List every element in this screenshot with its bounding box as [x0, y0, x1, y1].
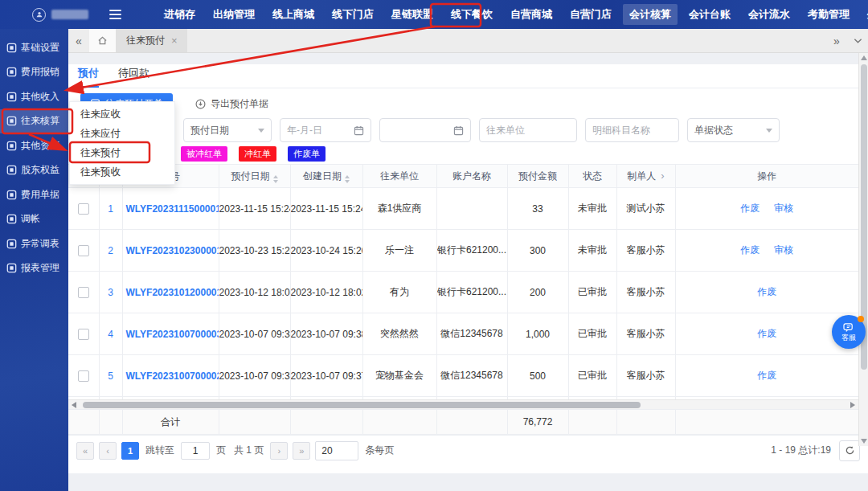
- top-nav-item[interactable]: 线下门店: [326, 4, 380, 25]
- top-nav-item[interactable]: 星链联盟: [385, 4, 440, 25]
- first-page-button[interactable]: «: [76, 442, 94, 460]
- top-nav-item[interactable]: 线下餐饮: [444, 4, 499, 25]
- column-header[interactable]: 创建日期›: [290, 165, 362, 188]
- row-index-link[interactable]: 5: [108, 370, 113, 382]
- column-header[interactable]: 预付金额›: [507, 165, 568, 188]
- sort-icon[interactable]: [273, 175, 278, 183]
- column-header[interactable]: 操作›: [675, 165, 858, 188]
- export-bills-button[interactable]: 导出预付单据: [190, 93, 273, 114]
- row-index-link[interactable]: 1: [108, 203, 113, 215]
- last-page-button[interactable]: »: [293, 442, 310, 460]
- row-checkbox[interactable]: [78, 245, 89, 256]
- bill-number-link[interactable]: WLYF2023111500001: [123, 203, 219, 215]
- dropdown-item[interactable]: 往来预付: [70, 143, 174, 162]
- row-index-link[interactable]: 2: [108, 245, 113, 256]
- sidebar-item[interactable]: 费用报销: [0, 60, 68, 85]
- top-nav-item[interactable]: 会计核算: [623, 4, 678, 25]
- column-header[interactable]: 账户名称›: [436, 165, 507, 188]
- sidebar-item[interactable]: 费用单据: [0, 182, 68, 207]
- horizontal-scrollbar[interactable]: [68, 399, 868, 409]
- page-size-select[interactable]: 20: [315, 441, 358, 460]
- bill-number-link[interactable]: WLYF2023102300001: [123, 245, 219, 256]
- customer-service-button[interactable]: 客服: [832, 315, 866, 349]
- row-action-link[interactable]: 作废: [757, 328, 776, 339]
- top-nav-item[interactable]: 外勤管理: [861, 4, 868, 25]
- sidebar-item[interactable]: 股东权益: [0, 158, 68, 183]
- dropdown-item[interactable]: 往来应收: [70, 104, 174, 124]
- bill-number-link[interactable]: WLYF2023100700003: [123, 329, 219, 340]
- bill-number-link[interactable]: WLYF2023100700002: [123, 370, 219, 382]
- subtab[interactable]: 待回款: [118, 66, 149, 88]
- bill-number-link[interactable]: WLYF2023101200001: [123, 287, 219, 298]
- row-checkbox[interactable]: [78, 370, 89, 382]
- row-index-link[interactable]: 4: [108, 329, 113, 340]
- date-from-field[interactable]: [280, 118, 371, 142]
- horizontal-scroll-thumb[interactable]: [83, 402, 641, 408]
- tabs-menu-chevron-icon[interactable]: [847, 38, 868, 44]
- sidebar-item[interactable]: 调帐: [0, 207, 68, 232]
- column-header[interactable]: 预付日期›: [219, 165, 290, 188]
- subtab[interactable]: 预付: [78, 66, 99, 88]
- current-page-button[interactable]: 1: [121, 442, 139, 460]
- jump-to-input[interactable]: [181, 442, 210, 460]
- top-nav-item[interactable]: 出纳管理: [207, 4, 261, 25]
- column-header[interactable]: 状态›: [568, 165, 616, 188]
- column-header[interactable]: 往来单位›: [362, 165, 436, 188]
- top-nav-item[interactable]: 自营门店: [563, 4, 618, 25]
- subject-filter-input[interactable]: [585, 118, 679, 142]
- column-header[interactable]: 制单人›: [616, 165, 675, 188]
- date-to-input[interactable]: [387, 125, 443, 136]
- user-avatar-icon[interactable]: [32, 8, 46, 22]
- sidebar-item[interactable]: 其他资产: [0, 133, 68, 158]
- menu-toggle-icon[interactable]: [109, 10, 121, 19]
- sidebar-item[interactable]: 基础设置: [0, 35, 68, 60]
- home-tab[interactable]: [89, 29, 117, 52]
- row-index-link[interactable]: 3: [108, 287, 113, 298]
- dropdown-item[interactable]: 往来应付: [70, 124, 174, 143]
- sort-icon[interactable]: [345, 175, 350, 183]
- top-nav-item[interactable]: 自营商城: [504, 4, 559, 25]
- row-action-link[interactable]: 审核: [774, 203, 793, 214]
- sidebar-item[interactable]: 异常调表: [0, 231, 68, 256]
- scroll-left-icon[interactable]: [72, 402, 76, 408]
- row-checkbox[interactable]: [78, 287, 89, 298]
- expand-tabs-icon[interactable]: »: [826, 35, 847, 47]
- sidebar-item[interactable]: 报表管理: [0, 256, 68, 281]
- legend-badge[interactable]: 作废单: [288, 146, 326, 162]
- close-tab-icon[interactable]: ×: [171, 35, 178, 47]
- dropdown-item[interactable]: 往来预收: [70, 162, 174, 182]
- date-to-field[interactable]: [379, 118, 471, 142]
- row-checkbox[interactable]: [78, 329, 89, 340]
- status-select[interactable]: 单据状态: [687, 118, 780, 142]
- unit-cell: 乐一注: [362, 230, 436, 272]
- top-nav-item[interactable]: 会计台账: [682, 4, 737, 25]
- row-action-link[interactable]: 作废: [740, 244, 760, 256]
- prev-page-button[interactable]: ‹: [99, 442, 117, 460]
- refresh-button[interactable]: [839, 440, 860, 461]
- vertical-scrollbar[interactable]: [858, 53, 868, 446]
- scroll-up-icon[interactable]: [861, 55, 867, 60]
- next-page-button[interactable]: ›: [270, 442, 288, 460]
- date-from-input[interactable]: [287, 125, 343, 136]
- sidebar-item[interactable]: 往来核算: [0, 109, 68, 134]
- legend-badge[interactable]: 冲红单: [239, 146, 276, 162]
- open-tab[interactable]: 往来预付 ×: [117, 29, 187, 52]
- top-nav-item[interactable]: 会计流水: [742, 4, 796, 25]
- row-action-link[interactable]: 作废: [740, 203, 760, 214]
- row-action-link[interactable]: 审核: [774, 244, 793, 256]
- legend-badge[interactable]: 被冲红单: [181, 146, 227, 162]
- top-nav-item[interactable]: 进销存: [158, 4, 202, 25]
- unit-filter-input[interactable]: [479, 118, 577, 142]
- top-nav-item[interactable]: 考勤管理: [801, 4, 856, 25]
- scroll-right-icon[interactable]: [850, 402, 855, 408]
- date-type-select[interactable]: 预付日期: [183, 118, 272, 142]
- row-action-link[interactable]: 作废: [757, 286, 776, 297]
- row-action-link[interactable]: 作废: [757, 370, 776, 381]
- scroll-down-icon[interactable]: [861, 439, 867, 444]
- column-expand-icon[interactable]: ›: [661, 170, 664, 182]
- collapse-tabs-icon[interactable]: «: [68, 29, 89, 52]
- sidebar-item[interactable]: 其他收入: [0, 84, 68, 109]
- home-icon: [97, 35, 108, 46]
- top-nav-item[interactable]: 线上商城: [266, 4, 321, 25]
- row-checkbox[interactable]: [78, 203, 89, 215]
